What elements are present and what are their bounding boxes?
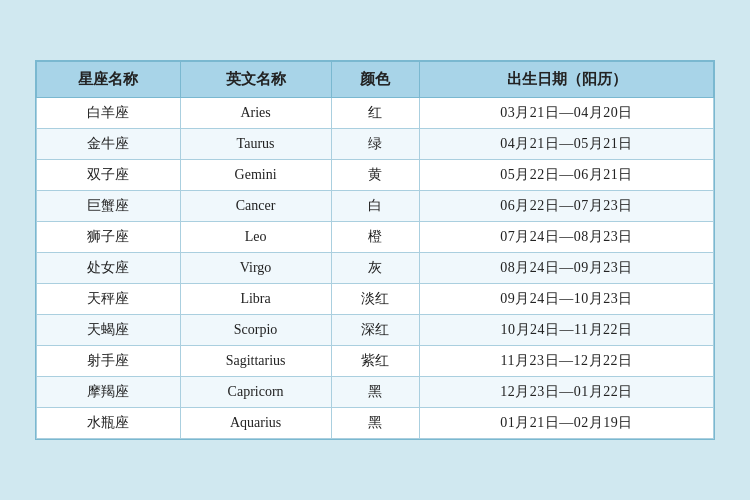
cell-color: 黑 xyxy=(331,377,419,408)
cell-color: 橙 xyxy=(331,222,419,253)
cell-english-name: Gemini xyxy=(180,160,331,191)
header-chinese-name: 星座名称 xyxy=(37,62,181,98)
cell-color: 深红 xyxy=(331,315,419,346)
table-row: 射手座Sagittarius紫红11月23日—12月22日 xyxy=(37,346,714,377)
table-row: 金牛座Taurus绿04月21日—05月21日 xyxy=(37,129,714,160)
cell-date-range: 03月21日—04月20日 xyxy=(420,98,714,129)
cell-color: 紫红 xyxy=(331,346,419,377)
cell-english-name: Capricorn xyxy=(180,377,331,408)
cell-color: 白 xyxy=(331,191,419,222)
cell-english-name: Leo xyxy=(180,222,331,253)
cell-date-range: 05月22日—06月21日 xyxy=(420,160,714,191)
cell-chinese-name: 水瓶座 xyxy=(37,408,181,439)
cell-date-range: 04月21日—05月21日 xyxy=(420,129,714,160)
cell-english-name: Aquarius xyxy=(180,408,331,439)
cell-date-range: 09月24日—10月23日 xyxy=(420,284,714,315)
cell-english-name: Taurus xyxy=(180,129,331,160)
cell-date-range: 10月24日—11月22日 xyxy=(420,315,714,346)
cell-chinese-name: 天秤座 xyxy=(37,284,181,315)
cell-color: 黄 xyxy=(331,160,419,191)
cell-chinese-name: 天蝎座 xyxy=(37,315,181,346)
table-row: 天秤座Libra淡红09月24日—10月23日 xyxy=(37,284,714,315)
header-color: 颜色 xyxy=(331,62,419,98)
cell-english-name: Virgo xyxy=(180,253,331,284)
cell-chinese-name: 射手座 xyxy=(37,346,181,377)
cell-date-range: 12月23日—01月22日 xyxy=(420,377,714,408)
table-row: 天蝎座Scorpio深红10月24日—11月22日 xyxy=(37,315,714,346)
cell-chinese-name: 白羊座 xyxy=(37,98,181,129)
table-row: 水瓶座Aquarius黑01月21日—02月19日 xyxy=(37,408,714,439)
table-row: 白羊座Aries红03月21日—04月20日 xyxy=(37,98,714,129)
cell-english-name: Scorpio xyxy=(180,315,331,346)
header-row: 星座名称 英文名称 颜色 出生日期（阳历） xyxy=(37,62,714,98)
cell-chinese-name: 双子座 xyxy=(37,160,181,191)
cell-chinese-name: 巨蟹座 xyxy=(37,191,181,222)
cell-color: 灰 xyxy=(331,253,419,284)
cell-chinese-name: 处女座 xyxy=(37,253,181,284)
table-row: 双子座Gemini黄05月22日—06月21日 xyxy=(37,160,714,191)
cell-english-name: Aries xyxy=(180,98,331,129)
cell-date-range: 08月24日—09月23日 xyxy=(420,253,714,284)
cell-english-name: Cancer xyxy=(180,191,331,222)
table-row: 巨蟹座Cancer白06月22日—07月23日 xyxy=(37,191,714,222)
table-row: 处女座Virgo灰08月24日—09月23日 xyxy=(37,253,714,284)
cell-color: 绿 xyxy=(331,129,419,160)
zodiac-table: 星座名称 英文名称 颜色 出生日期（阳历） 白羊座Aries红03月21日—04… xyxy=(36,61,714,439)
header-date: 出生日期（阳历） xyxy=(420,62,714,98)
cell-chinese-name: 金牛座 xyxy=(37,129,181,160)
cell-date-range: 06月22日—07月23日 xyxy=(420,191,714,222)
header-english-name: 英文名称 xyxy=(180,62,331,98)
cell-date-range: 07月24日—08月23日 xyxy=(420,222,714,253)
cell-english-name: Sagittarius xyxy=(180,346,331,377)
cell-chinese-name: 狮子座 xyxy=(37,222,181,253)
cell-english-name: Libra xyxy=(180,284,331,315)
table-row: 狮子座Leo橙07月24日—08月23日 xyxy=(37,222,714,253)
cell-color: 黑 xyxy=(331,408,419,439)
cell-chinese-name: 摩羯座 xyxy=(37,377,181,408)
table-row: 摩羯座Capricorn黑12月23日—01月22日 xyxy=(37,377,714,408)
cell-date-range: 01月21日—02月19日 xyxy=(420,408,714,439)
cell-color: 淡红 xyxy=(331,284,419,315)
cell-date-range: 11月23日—12月22日 xyxy=(420,346,714,377)
cell-color: 红 xyxy=(331,98,419,129)
zodiac-table-wrapper: 星座名称 英文名称 颜色 出生日期（阳历） 白羊座Aries红03月21日—04… xyxy=(35,60,715,440)
table-header: 星座名称 英文名称 颜色 出生日期（阳历） xyxy=(37,62,714,98)
table-body: 白羊座Aries红03月21日—04月20日金牛座Taurus绿04月21日—0… xyxy=(37,98,714,439)
